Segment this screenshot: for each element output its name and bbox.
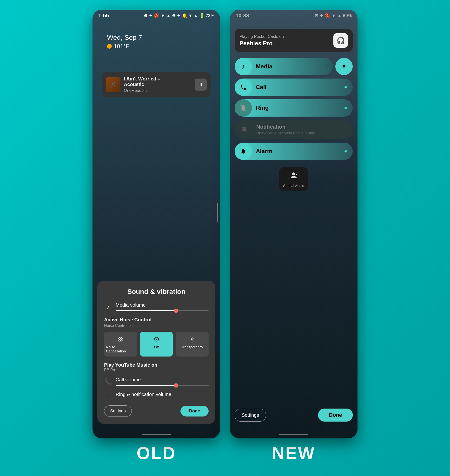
alarm-volume-item[interactable]: Alarm (235, 143, 353, 160)
media-volume-slider[interactable] (116, 310, 209, 311)
old-status-bar: 1:55 ⊕ ✦ 🔕 ▼ ▲ ⊕ ✦ 🔔 ▼ ▲ 🔋 73% (93, 10, 220, 22)
now-playing-title: Peebles Pro (239, 40, 284, 47)
spatial-audio-icon (289, 171, 298, 182)
music-card[interactable]: 🎵 I Ain't Worried –Acoustic OneRepublic … (102, 72, 211, 97)
media-volume-row: ♪ Media volume (104, 302, 209, 311)
date-text: Wed, Sep 7 (107, 34, 142, 41)
anc-off-label: Off (154, 345, 159, 349)
ring-label: Ring (252, 105, 344, 111)
new-bluetooth-icon: ✦ (320, 13, 323, 18)
new-phone-frame: 10:38 ⊡ ✦ 🔕 ▼ ▲ 60% Playing Pocket Casts… (230, 10, 357, 438)
alarm-dot (344, 150, 347, 152)
now-playing-subtitle: Playing Pocket Casts on (239, 34, 284, 39)
weather-widget: 101°F (107, 43, 142, 50)
alarm-label: Alarm (252, 148, 344, 155)
bluetooth-icon: ✦ (149, 13, 152, 18)
media-slider-thumb[interactable] (174, 309, 178, 313)
ring-volume-label: Ring & notification volume (116, 392, 209, 397)
mute-icon: 🔕 (154, 13, 159, 18)
call-volume-item[interactable]: Call (235, 79, 353, 96)
now-playing-info: Playing Pocket Casts on Peebles Pro (239, 34, 284, 47)
new-bottom-buttons: Settings Done (235, 409, 353, 422)
old-status-time: 1:55 (98, 13, 109, 19)
anc-section: Active Noise Control Noise Control off ◎… (104, 317, 209, 357)
spatial-audio-container: Spatial Audio (235, 165, 353, 191)
ring-volume-item[interactable]: Ring (235, 99, 353, 117)
ring-volume-icon: ∩ (104, 393, 112, 399)
music-pause-button[interactable]: ⏸ (195, 79, 207, 91)
music-thumbnail: 🎵 (106, 77, 120, 92)
dialog-title: Sound & vibration (104, 288, 209, 296)
anc-transparency-btn[interactable]: ✧ Transparency (176, 332, 209, 357)
spatial-audio-button[interactable]: Spatial Audio (279, 167, 308, 191)
new-settings-button[interactable]: Settings (235, 409, 266, 422)
call-volume-slider[interactable] (116, 385, 209, 386)
anc-subtitle: Noise Control off (104, 324, 209, 328)
call-icon (235, 79, 252, 96)
old-phone-wrapper: 1:55 ⊕ ✦ 🔕 ▼ ▲ ⊕ ✦ 🔔 ▼ ▲ 🔋 73% Wed, Sep … (93, 10, 220, 463)
media-volume-icon: ♪ (104, 303, 112, 311)
new-phone-wrapper: 10:38 ⊡ ✦ 🔕 ▼ ▲ 60% Playing Pocket Casts… (230, 10, 357, 463)
now-playing-bar[interactable]: Playing Pocket Casts on Peebles Pro 🎧 (235, 29, 353, 52)
call-volume-info: Call volume (116, 377, 209, 386)
wifi-icon: ▼ (161, 13, 165, 18)
call-volume-row: 📞 Call volume (104, 377, 209, 386)
call-volume-label: Call volume (116, 377, 209, 383)
new-status-icons: ⊡ ✦ 🔕 ▼ ▲ 60% (315, 13, 352, 18)
media-dot (326, 65, 328, 68)
call-dot (344, 86, 347, 88)
new-mute-icon: 🔕 (325, 13, 330, 18)
noise-cancel-label: Noise Cancellation (106, 345, 135, 353)
media-volume-item: ♪ Media ▼ (235, 58, 353, 75)
play-on-row: Play YouTube Music on PB Pro (104, 362, 209, 372)
weather-icon (107, 44, 112, 49)
battery-text: ⊕ ✦ 🔔 ▼ ▲ 🔋 73% (172, 13, 214, 18)
media-volume-info: Media volume (116, 302, 209, 311)
old-done-button[interactable]: Done (180, 406, 209, 416)
notification-label: Notification (256, 124, 353, 130)
media-volume-label: Media volume (116, 302, 209, 308)
sync-icon: ⊕ (144, 13, 147, 18)
media-expand-button[interactable]: ▼ (335, 58, 353, 75)
old-status-icons: ⊕ ✦ 🔕 ▼ ▲ ⊕ ✦ 🔔 ▼ ▲ 🔋 73% (144, 13, 214, 18)
new-label: NEW (272, 443, 315, 463)
old-settings-button[interactable]: Settings (104, 405, 132, 417)
play-on-title: Play YouTube Music on (104, 362, 209, 368)
pocket-casts-icon: 🎧 (337, 37, 345, 45)
call-volume-icon: 📞 (104, 378, 112, 385)
notification-volume-item: Notification Unavailable because ring is… (235, 120, 353, 139)
new-done-button[interactable]: Done (318, 409, 353, 422)
new-home-indicator (279, 434, 308, 435)
anc-buttons: ◎ Noise Cancellation ⊙ Off ✧ Transparenc… (104, 332, 209, 357)
now-playing-app-icon: 🎧 (333, 33, 348, 48)
ring-volume-info: Ring & notification volume (116, 392, 209, 400)
date-widget: Wed, Sep 7 101°F (107, 34, 142, 50)
transparency-label: Transparency (181, 345, 203, 349)
media-icon: ♪ (235, 58, 252, 75)
anc-noise-cancellation-btn[interactable]: ◎ Noise Cancellation (104, 332, 137, 357)
scroll-indicator (217, 203, 218, 222)
main-container: 1:55 ⊕ ✦ 🔕 ▼ ▲ ⊕ ✦ 🔔 ▼ ▲ 🔋 73% Wed, Sep … (0, 0, 450, 476)
notification-icon (235, 120, 254, 139)
spatial-audio-label: Spatial Audio (283, 184, 304, 188)
media-main-control[interactable]: ♪ Media (235, 58, 333, 75)
old-home-indicator (142, 434, 171, 435)
anc-title: Active Noise Control (104, 317, 209, 323)
ring-notification-row: ∩ Ring & notification volume (104, 392, 209, 400)
music-info: I Ain't Worried –Acoustic OneRepublic (124, 76, 191, 93)
call-slider-thumb[interactable] (174, 383, 178, 388)
album-art: 🎵 (111, 82, 116, 87)
sound-vibration-dialog: Sound & vibration ♪ Media volume Active … (97, 281, 215, 424)
dialog-buttons: Settings Done (104, 405, 209, 417)
new-volume-panel: ♪ Media ▼ Call (235, 58, 353, 191)
new-status-bar: 10:38 ⊡ ✦ 🔕 ▼ ▲ 60% (230, 10, 357, 22)
old-label: OLD (137, 443, 176, 463)
play-on-device: PB Pro (104, 368, 209, 372)
new-signal-icon: ▲ (337, 13, 342, 18)
anc-off-btn[interactable]: ⊙ Off (140, 332, 173, 357)
old-phone-frame: 1:55 ⊕ ✦ 🔕 ▼ ▲ ⊕ ✦ 🔔 ▼ ▲ 🔋 73% Wed, Sep … (93, 10, 220, 438)
call-slider-fill (116, 385, 176, 386)
alarm-icon (235, 143, 252, 160)
new-battery-text: 60% (343, 13, 352, 18)
transparency-icon: ✧ (189, 335, 195, 343)
